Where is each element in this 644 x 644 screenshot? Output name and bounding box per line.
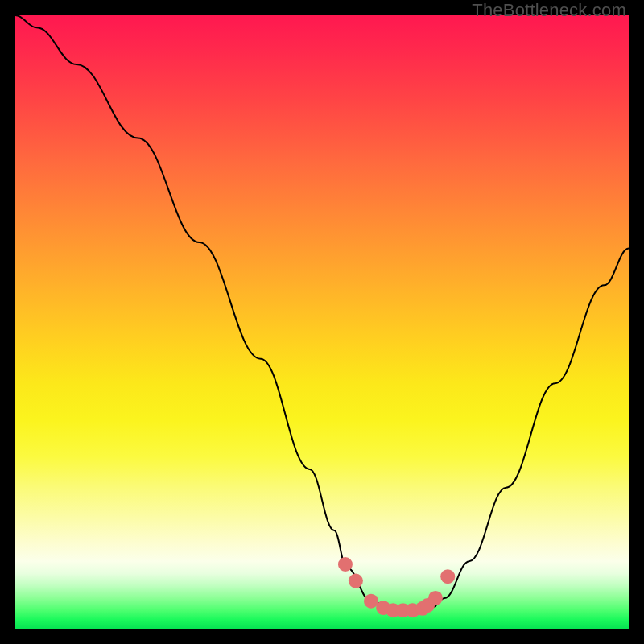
- bottleneck-curve: [15, 15, 629, 610]
- optimal-dot: [338, 557, 353, 572]
- optimal-dot: [349, 574, 363, 588]
- optimal-dot: [440, 569, 455, 584]
- chart-container: TheBottleneck.com: [0, 0, 644, 644]
- optimal-dot: [428, 591, 443, 605]
- curve-svg: [15, 15, 629, 629]
- plot-area: [15, 15, 629, 629]
- optimal-dot: [364, 594, 378, 609]
- watermark-text: TheBottleneck.com: [472, 0, 626, 21]
